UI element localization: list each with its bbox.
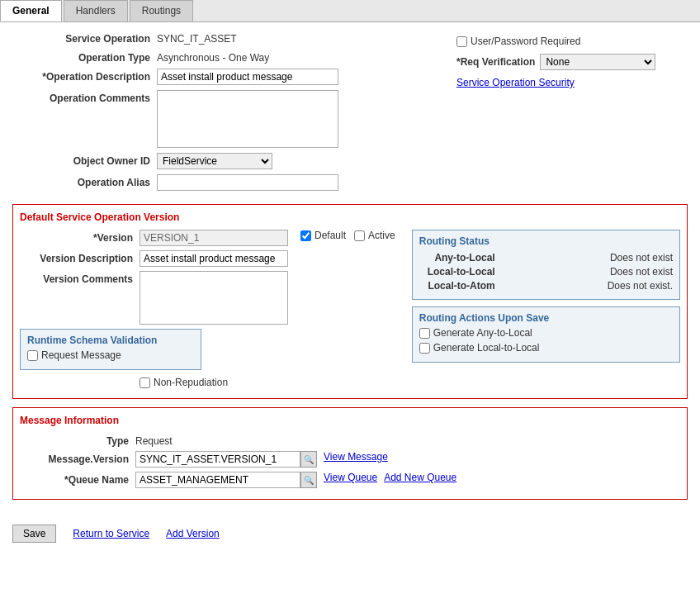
routing-status-title: Routing Status <box>419 235 673 247</box>
operation-alias-label: Operation Alias <box>12 174 157 188</box>
queue-name-search-button[interactable]: 🔍 <box>300 472 317 488</box>
service-operation-label: Service Operation <box>12 31 157 45</box>
operation-type-value: Asynchronous - One Way <box>157 50 269 64</box>
message-version-input[interactable] <box>135 451 300 468</box>
version-label: *Version <box>20 230 140 244</box>
queue-name-input[interactable] <box>135 472 300 488</box>
active-checkbox[interactable] <box>354 230 365 241</box>
version-input[interactable] <box>140 230 288 246</box>
message-section-title: Message Information <box>20 415 680 426</box>
default-version-title: Default Service Operation Version <box>20 211 680 223</box>
any-to-local-label: Any-to-Local <box>419 252 502 264</box>
return-to-service-link[interactable]: Return to Service <box>73 528 149 539</box>
schema-title: Runtime Schema Validation <box>27 335 194 346</box>
operation-alias-input[interactable] <box>157 174 338 191</box>
generate-any-to-local-label: Generate Any-to-Local <box>433 327 532 339</box>
view-message-link[interactable]: View Message <box>324 451 388 463</box>
main-content: Service Operation SYNC_IT_ASSET Operatio… <box>0 22 700 516</box>
req-verification-select[interactable]: None <box>540 54 655 70</box>
local-to-local-value: Does not exist <box>610 266 673 278</box>
operation-comments-label: Operation Comments <box>12 90 157 104</box>
object-owner-label: Object Owner ID <box>12 153 157 167</box>
tabs-bar: General Handlers Routings <box>0 0 700 22</box>
generate-local-to-local-label: Generate Local-to-Local <box>433 342 540 354</box>
version-form: *Version Default Active <box>20 230 395 392</box>
local-to-atom-label: Local-to-Atom <box>419 280 502 292</box>
generate-any-to-local-checkbox[interactable] <box>419 328 430 339</box>
request-message-label: Request Message <box>41 349 121 361</box>
operation-description-input[interactable] <box>157 69 338 85</box>
default-label: Default <box>315 230 346 241</box>
service-operation-value: SYNC_IT_ASSET <box>157 31 237 45</box>
version-comments-input[interactable] <box>140 271 288 325</box>
service-operation-security-link[interactable]: Service Operation Security <box>456 77 575 88</box>
operation-comments-input[interactable] <box>157 90 338 148</box>
add-new-queue-link[interactable]: Add New Queue <box>384 472 456 483</box>
local-to-atom-value: Does not exist. <box>608 280 673 292</box>
message-version-label: Message.Version <box>20 451 135 465</box>
save-button[interactable]: Save <box>12 525 56 543</box>
add-version-link[interactable]: Add Version <box>166 528 220 539</box>
routing-actions-title: Routing Actions Upon Save <box>419 312 673 324</box>
user-password-label: User/Password Required <box>471 36 580 47</box>
req-verification-label: *Req Verification <box>456 56 535 68</box>
routing-actions-box: Routing Actions Upon Save Generate Any-t… <box>412 306 680 363</box>
schema-validation-box: Runtime Schema Validation Request Messag… <box>20 329 201 370</box>
non-repudiation-label: Non-Repudiation <box>154 377 228 388</box>
version-comments-label: Version Comments <box>20 271 140 285</box>
type-label: Type <box>20 433 135 447</box>
default-checkbox[interactable] <box>300 230 311 241</box>
operation-type-label: Operation Type <box>12 50 157 64</box>
any-to-local-value: Does not exist <box>610 252 673 264</box>
type-value: Request <box>135 433 173 447</box>
active-label: Active <box>368 230 395 241</box>
tab-handlers[interactable]: Handlers <box>64 0 128 21</box>
queue-name-label: *Queue Name <box>20 472 135 486</box>
user-password-checkbox[interactable] <box>456 36 467 47</box>
routing-section: Routing Status Any-to-Local Does not exi… <box>412 230 680 363</box>
bottom-bar: Save Return to Service Add Version <box>0 516 700 551</box>
generate-local-to-local-checkbox[interactable] <box>419 343 430 354</box>
message-version-search-button[interactable]: 🔍 <box>300 451 317 468</box>
default-version-section: Default Service Operation Version *Versi… <box>12 204 688 399</box>
non-repudiation-checkbox[interactable] <box>140 377 150 388</box>
version-description-label: Version Description <box>20 250 140 264</box>
version-description-input[interactable] <box>140 250 288 267</box>
request-message-checkbox[interactable] <box>27 350 38 361</box>
routing-status-box: Routing Status Any-to-Local Does not exi… <box>412 230 680 300</box>
tab-routings[interactable]: Routings <box>130 0 193 21</box>
object-owner-select[interactable]: FieldService <box>157 153 272 169</box>
view-queue-link[interactable]: View Queue <box>324 472 377 483</box>
tab-general[interactable]: General <box>0 0 62 21</box>
local-to-local-label: Local-to-Local <box>419 266 502 278</box>
operation-description-label: *Operation Description <box>12 69 157 83</box>
message-section: Message Information Type Request Message… <box>12 407 688 500</box>
